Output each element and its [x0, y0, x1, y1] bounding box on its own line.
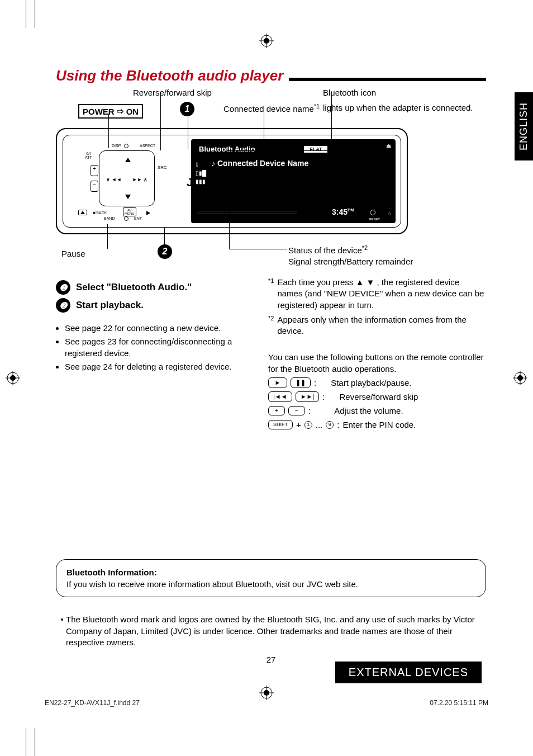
- eject-button: [78, 210, 87, 215]
- leader-line: [264, 112, 264, 171]
- footnote-ref: *1: [314, 103, 320, 110]
- registration-mark-icon: [259, 686, 274, 700]
- step-text: Select "Bluetooth Audio.": [76, 282, 192, 293]
- colon: :: [308, 405, 311, 417]
- remote-desc: Enter the PIN code.: [342, 419, 416, 431]
- avmenu-label: AV MENU: [123, 207, 136, 216]
- page-heading: Using the Bluetooth audio player: [56, 67, 283, 84]
- callout-conndev: Connected device name*1: [223, 103, 320, 114]
- trademark-notice: The Bluetooth word mark and logos are ow…: [56, 614, 486, 648]
- svg-point-11: [517, 375, 523, 381]
- lcd-eq: FLAT: [304, 146, 327, 153]
- up-arrow-icon: [125, 158, 131, 162]
- jvc-logo: [121, 172, 134, 186]
- next-icon: ►► ∧: [132, 177, 147, 182]
- lcd-status-icons: ᛒ ▯▮█ ▮▮▮: [196, 162, 206, 185]
- list-item: See page 22 for connecting a new device.: [65, 323, 257, 334]
- crop-mark: [35, 728, 35, 756]
- remote-intro: You can use the following buttons on the…: [268, 351, 486, 375]
- leader-line: [227, 150, 331, 151]
- ent-label: ENT: [134, 216, 142, 220]
- remote-desc: Start playback/pause.: [331, 377, 411, 389]
- remote-voldown-button: −: [288, 406, 305, 415]
- leader-line: [229, 249, 287, 249]
- plus-sign: +: [296, 419, 301, 431]
- language-tab: ENGLISH: [515, 92, 533, 160]
- footnote-marker: *2: [268, 315, 274, 322]
- remote-prev-button: |◄◄: [268, 391, 292, 402]
- bluetooth-info-box: Bluetooth Information: If you wish to re…: [56, 559, 486, 597]
- callout-bticon-sub: lights up when the adapter is connected.: [323, 103, 473, 112]
- remote-pause-button: ❚❚: [291, 377, 311, 388]
- dpad: ∨ ◄◄ ►► ∧: [99, 150, 155, 206]
- svg-point-7: [10, 375, 16, 381]
- power-on-box: POWER ⇨ ON: [78, 104, 143, 119]
- label: POWER: [83, 107, 115, 116]
- device-illustration: DISP ASPECT ∨ ◄◄ ►► ∧ 0/I ATT + − SRC AV…: [56, 128, 408, 234]
- trademark-text: The Bluetooth word mark and logos are ow…: [66, 614, 486, 648]
- plus-button: +: [91, 165, 98, 176]
- see-also-list: See page 22 for connecting a new device.…: [56, 323, 257, 372]
- footnote-ref: *2: [362, 244, 368, 251]
- info-body: If you wish to receive more information …: [66, 579, 475, 589]
- signal-icon: ▯▮█: [196, 170, 206, 176]
- remote-num-button: 9: [326, 421, 334, 429]
- led-icon: [124, 216, 129, 221]
- down-arrow-icon: ▼: [367, 277, 375, 287]
- callout-text: Connected device name: [223, 104, 314, 114]
- section-footer: EXTERNAL DEVICES: [335, 662, 482, 683]
- reset-label: RESET: [369, 218, 380, 221]
- footnote-text: Each time you press ▲ ▼ , the registered…: [277, 277, 486, 311]
- text: Each time you press: [277, 277, 355, 287]
- svg-point-15: [264, 690, 269, 696]
- remote-play-button: ►: [268, 377, 287, 388]
- callout-signal: Signal strength/Battery remainder: [288, 257, 413, 266]
- lcd-time: 3:45PM: [332, 207, 354, 216]
- minus-button: −: [91, 181, 98, 192]
- info-title: Bluetooth Information:: [66, 568, 475, 577]
- svg-point-3: [264, 38, 269, 44]
- prev-icon: ∨ ◄◄: [106, 177, 121, 182]
- step-badge-2: 2: [158, 244, 172, 259]
- leader-line: [107, 224, 108, 249]
- remote-volup-button: +: [268, 406, 285, 415]
- crop-mark: [35, 0, 35, 28]
- device-name-text: Connected Device Name: [217, 159, 308, 168]
- callout-text: Status of the device: [288, 245, 362, 255]
- remote-desc: Adjust the volume.: [334, 405, 403, 417]
- aspect-label: ASPECT: [140, 144, 155, 148]
- label: ON: [126, 107, 139, 116]
- down-arrow-icon: [125, 195, 131, 199]
- step-text: Start playback.: [76, 300, 144, 311]
- colon: :: [314, 377, 316, 389]
- lcd-device-name: ♪ Connected Device Name: [211, 159, 388, 168]
- battery-icon: ▮▮▮: [196, 178, 206, 185]
- leader-line: [229, 209, 230, 249]
- time-value: 3:45: [332, 207, 348, 216]
- leader-line: [264, 171, 272, 171]
- heading-rule: [289, 78, 486, 81]
- footnote-text: Appears only when the information comes …: [277, 314, 486, 337]
- lcd-screen: ⏏ Bluetooth Audio FLAT ♪ Connected Devic…: [191, 139, 396, 223]
- att-label: 0/I ATT: [85, 152, 92, 159]
- note-icon: ♪: [211, 159, 215, 168]
- reset-hole: [370, 210, 375, 215]
- bluetooth-icon: ᛒ: [196, 162, 206, 168]
- leader-line: [331, 92, 332, 150]
- remote-shift-button: SHIFT: [268, 420, 293, 429]
- step-badge-1: 1: [180, 102, 194, 116]
- step-number: ❷: [56, 298, 70, 313]
- leader-line: [227, 150, 227, 176]
- footnote-list: *1 Each time you press ▲ ▼ , the registe…: [268, 277, 486, 337]
- footnote-marker: *1: [268, 277, 274, 284]
- crop-mark: [26, 728, 26, 756]
- callout-revfwd: Reverse/forward skip: [133, 88, 212, 97]
- print-timestamp: 07.2.20 5:15:11 PM: [430, 699, 488, 707]
- lock-icon: ⌂: [388, 210, 391, 216]
- remote-num-button: 1: [304, 421, 312, 429]
- registration-mark-icon: [259, 34, 274, 48]
- print-footer: EN22-27_KD-AVX11J_f.indd 27 07.2.20 5:15…: [45, 699, 488, 707]
- disp-label: DISP: [112, 144, 121, 148]
- colon: :: [337, 419, 339, 431]
- colon: :: [322, 391, 325, 403]
